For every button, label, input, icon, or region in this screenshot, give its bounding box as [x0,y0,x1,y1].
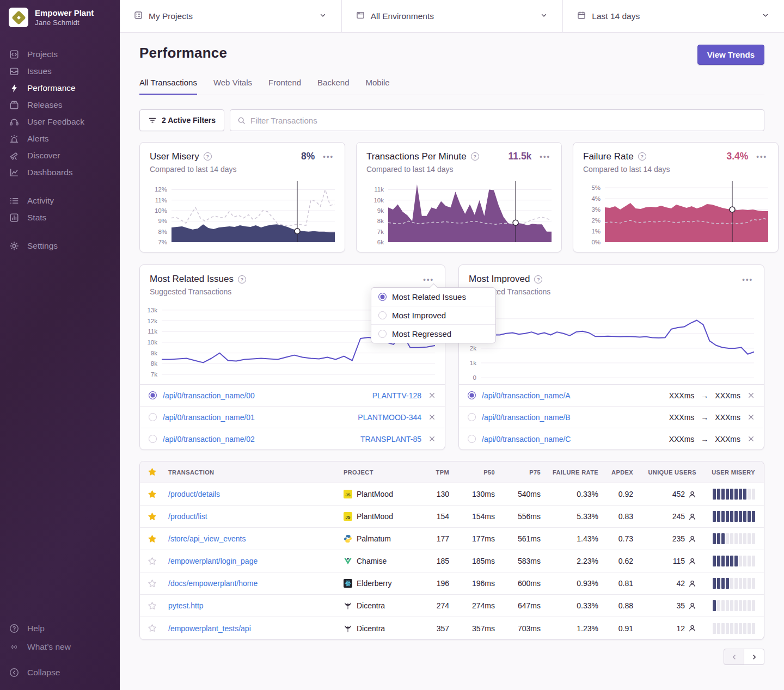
ellipsis-menu-button[interactable] [755,151,768,162]
star-toggle[interactable] [140,534,164,544]
star-toggle[interactable] [140,490,164,499]
star-toggle[interactable] [140,557,164,566]
issue-link[interactable]: PLANTTV-128 [372,391,421,400]
close-icon[interactable] [428,413,436,421]
column-header-user-misery[interactable]: USER MISERY [701,469,764,476]
tab-all-transactions[interactable]: All Transactions [139,78,197,95]
dropdown-option-most-improved[interactable]: Most Improved [371,306,495,324]
sidebar-collapse-button[interactable]: Collapse [0,663,120,682]
org-switcher[interactable]: Empower Plant Jane Schmidt [0,0,120,27]
tab-frontend[interactable]: Frontend [268,78,301,95]
transaction-link[interactable]: /empowerplant/login_page [168,557,258,565]
column-header-transaction[interactable]: TRANSACTION [164,469,339,476]
sidebar-item-label: Collapse [27,668,60,677]
failure-rate-chart: 0%1%2%3%4%5% [583,181,768,242]
transaction-link[interactable]: /api/0/transaction_name/00 [163,391,255,400]
view-trends-button[interactable]: View Trends [697,45,764,65]
issue-link[interactable]: PLANTMOOD-344 [358,413,421,422]
project-filter-dropdown[interactable]: My Projects [120,0,341,32]
table-row: /product/detailsJSPlantMood130130ms540ms… [140,483,764,506]
radio-button[interactable] [149,413,157,421]
sidebar-item-user-feedback[interactable]: User Feedback [0,113,120,130]
transaction-link[interactable]: /api/0/transaction_name/02 [163,435,255,443]
sidebar-item-settings[interactable]: Settings [0,237,120,254]
radio-button[interactable] [378,293,387,301]
transaction-link[interactable]: /api/0/transaction_name/C [482,435,571,443]
project-name: Dicentra [357,624,385,633]
sidebar-item-issues[interactable]: Issues [0,63,120,79]
transaction-link[interactable]: /api/0/transaction_name/01 [163,413,255,422]
help-icon[interactable] [638,152,646,161]
column-header-p75[interactable]: P75 [499,469,545,476]
star-toggle[interactable] [140,579,164,588]
dropdown-option-most-regressed[interactable]: Most Regressed [371,324,495,343]
active-filters-button[interactable]: 2 Active Filters [139,109,224,131]
close-icon[interactable] [428,435,436,443]
sidebar-item-releases[interactable]: Releases [0,96,120,113]
search-input[interactable] [250,116,757,125]
dashboards-icon [9,168,19,177]
column-header-tpm[interactable]: TPM [420,469,454,476]
help-icon[interactable] [204,152,212,161]
p50-cell: 196ms [454,579,499,588]
radio-button[interactable] [378,311,387,319]
settings-icon [9,241,19,251]
prev-page-button[interactable] [724,649,744,665]
close-icon[interactable] [747,435,755,443]
star-toggle[interactable] [140,601,164,611]
ellipsis-menu-button[interactable] [422,274,435,285]
date-range-dropdown[interactable]: Last 14 days [562,0,784,32]
column-header-apdex[interactable]: APDEX [603,469,638,476]
transaction-link[interactable]: /store/api_view_events [168,534,246,543]
tab-web-vitals[interactable]: Web Vitals [213,78,252,95]
sidebar-item-stats[interactable]: Stats [0,209,120,226]
sidebar-item-help[interactable]: Help [0,619,120,638]
environment-filter-dropdown[interactable]: All Environments [341,0,563,32]
sidebar-item-what-s-new[interactable]: What’s new [0,638,120,656]
column-header-project[interactable]: PROJECT [339,469,420,476]
sidebar-item-dashboards[interactable]: Dashboards [0,164,120,181]
column-header-failure-rate[interactable]: FAILURE RATE [545,469,603,476]
ellipsis-menu-button[interactable] [322,151,335,162]
transaction-link[interactable]: /empowerplant_tests/api [168,624,251,633]
radio-button[interactable] [149,391,157,399]
sidebar-item-performance[interactable]: Performance [0,79,120,96]
next-page-button[interactable] [744,649,764,665]
radio-button[interactable] [378,330,387,338]
help-icon[interactable] [471,152,479,161]
tab-mobile[interactable]: Mobile [365,78,389,95]
sidebar-item-discover[interactable]: Discover [0,147,120,164]
issue-link[interactable]: TRANSPLANT-85 [360,435,421,443]
close-icon[interactable] [428,391,436,399]
radio-button[interactable] [149,435,157,443]
dropdown-option-most-related-issues[interactable]: Most Related Issues [371,288,495,306]
column-header-p50[interactable]: P50 [454,469,499,476]
ellipsis-menu-button[interactable] [538,151,552,162]
sidebar-item-projects[interactable]: Projects [0,46,120,63]
column-header-unique-users[interactable]: UNIQUE USERS [638,469,701,476]
star-toggle[interactable] [140,624,164,633]
user-misery-card: User Misery 8% Compared to last 14 days … [139,142,345,252]
close-icon[interactable] [747,413,755,421]
help-icon[interactable] [238,275,246,284]
transaction-link[interactable]: pytest.http [168,601,204,610]
transaction-link[interactable]: /api/0/transaction_name/A [482,391,571,400]
help-icon[interactable] [534,275,542,284]
radio-button[interactable] [468,413,476,421]
radio-button[interactable] [468,391,476,399]
person-icon [688,557,696,565]
radio-button[interactable] [468,435,476,443]
transaction-search [230,109,764,131]
tab-backend[interactable]: Backend [317,78,349,95]
improved-transaction-row: /api/0/transaction_name/CXXXms→XXXms [459,428,764,449]
sidebar-item-alerts[interactable]: Alerts [0,130,120,147]
transaction-link[interactable]: /product/list [168,512,207,521]
unique-users-count: 42 [676,579,685,588]
transaction-link[interactable]: /api/0/transaction_name/B [482,413,571,422]
transaction-link[interactable]: /docs/empowerplant/home [168,579,258,588]
transaction-link[interactable]: /product/details [168,490,220,498]
ellipsis-menu-button[interactable] [741,274,754,285]
sidebar-item-activity[interactable]: Activity [0,192,120,209]
star-toggle[interactable] [140,512,164,521]
close-icon[interactable] [747,391,755,399]
